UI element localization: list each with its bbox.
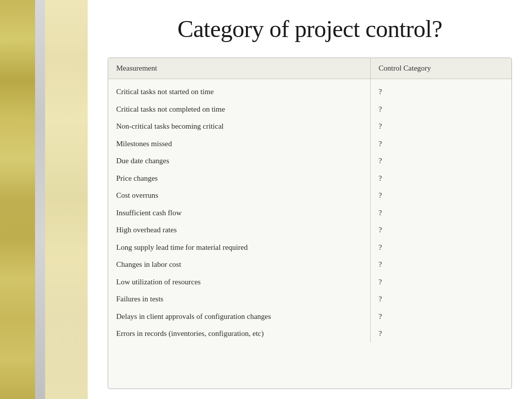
gold-light-column bbox=[45, 0, 88, 399]
measurement-column-header: Measurement bbox=[108, 58, 370, 79]
gold-column bbox=[0, 0, 35, 399]
table-row: Price changes? bbox=[108, 170, 511, 187]
control-category-cell: ? bbox=[370, 204, 511, 222]
table-row: Low utilization of resources? bbox=[108, 273, 511, 291]
main-content: Category of project control? Measurement… bbox=[88, 0, 532, 399]
table-row: Due date changes? bbox=[108, 152, 511, 170]
control-category-cell: ? bbox=[370, 152, 511, 170]
table-row: Critical tasks not completed on time? bbox=[108, 101, 511, 118]
control-category-cell: ? bbox=[370, 290, 511, 308]
control-category-cell: ? bbox=[370, 239, 511, 256]
measurement-cell: Errors in records (inventories, configur… bbox=[108, 325, 370, 342]
control-category-column-header: Control Category bbox=[370, 58, 511, 79]
measurement-cell: Insufficient cash flow bbox=[108, 204, 370, 222]
table-row: Changes in labor cost? bbox=[108, 256, 511, 273]
page-title: Category of project control? bbox=[108, 15, 512, 43]
control-category-cell: ? bbox=[370, 170, 511, 187]
measurements-table: Measurement Control Category Critical ta… bbox=[108, 58, 511, 342]
measurement-cell: Critical tasks not completed on time bbox=[108, 101, 370, 118]
table-row: Cost overruns? bbox=[108, 187, 511, 204]
control-category-cell: ? bbox=[370, 135, 511, 153]
table-container: Measurement Control Category Critical ta… bbox=[108, 58, 512, 389]
measurement-cell: Changes in labor cost bbox=[108, 256, 370, 273]
table-row: Long supply lead time for material requi… bbox=[108, 239, 511, 256]
table-row: Critical tasks not started on time? bbox=[108, 79, 511, 101]
measurement-cell: Due date changes bbox=[108, 152, 370, 170]
measurement-cell: Low utilization of resources bbox=[108, 273, 370, 291]
control-category-cell: ? bbox=[370, 308, 511, 325]
control-category-cell: ? bbox=[370, 273, 511, 291]
measurement-cell: Failures in tests bbox=[108, 290, 370, 308]
control-category-cell: ? bbox=[370, 325, 511, 342]
table-row: Delays in client approvals of configurat… bbox=[108, 308, 511, 325]
control-category-cell: ? bbox=[370, 79, 511, 101]
table-header-row: Measurement Control Category bbox=[108, 58, 511, 79]
left-decoration bbox=[0, 0, 88, 399]
measurement-cell: Non-critical tasks becoming critical bbox=[108, 118, 370, 135]
table-row: Errors in records (inventories, configur… bbox=[108, 325, 511, 342]
table-row: Non-critical tasks becoming critical? bbox=[108, 118, 511, 135]
measurement-cell: Critical tasks not started on time bbox=[108, 79, 370, 101]
control-category-cell: ? bbox=[370, 101, 511, 118]
measurement-cell: Long supply lead time for material requi… bbox=[108, 239, 370, 256]
control-category-cell: ? bbox=[370, 187, 511, 204]
control-category-cell: ? bbox=[370, 256, 511, 273]
table-row: High overhead rates? bbox=[108, 221, 511, 239]
table-row: Insufficient cash flow? bbox=[108, 204, 511, 222]
measurement-cell: Cost overruns bbox=[108, 187, 370, 204]
control-category-cell: ? bbox=[370, 221, 511, 239]
table-row: Milestones missed? bbox=[108, 135, 511, 153]
gray-column bbox=[35, 0, 45, 399]
measurement-cell: High overhead rates bbox=[108, 221, 370, 239]
control-category-cell: ? bbox=[370, 118, 511, 135]
measurement-cell: Delays in client approvals of configurat… bbox=[108, 308, 370, 325]
measurement-cell: Price changes bbox=[108, 170, 370, 187]
measurement-cell: Milestones missed bbox=[108, 135, 370, 153]
table-row: Failures in tests? bbox=[108, 290, 511, 308]
